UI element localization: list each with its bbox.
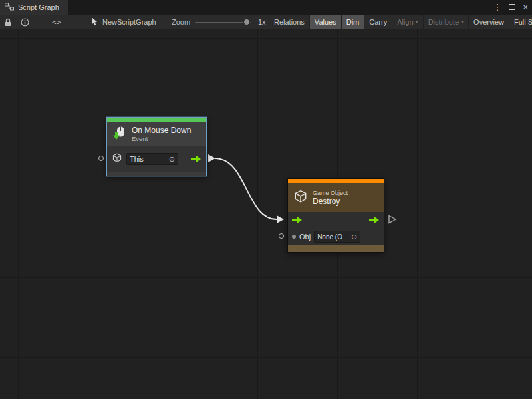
graph-name: NewScriptGraph [102, 18, 156, 26]
trigger-output-port[interactable] [191, 155, 201, 163]
node-title: Destroy [313, 197, 348, 206]
menu-icon[interactable]: ⋮ [493, 0, 501, 15]
obj-param-row: Obj None (O ⊙ [288, 228, 384, 245]
output-continuation-icon [388, 215, 397, 227]
node-destroy[interactable]: Game Object Destroy O [287, 178, 384, 253]
align-button[interactable]: Align ▾ [392, 15, 422, 29]
node-footer [288, 245, 384, 252]
node-header[interactable]: On Mouse Down Event [107, 122, 206, 146]
node-on-mouse-down[interactable]: On Mouse Down Event This ⊙ [106, 117, 207, 176]
node-header[interactable]: Game Object Destroy [288, 183, 384, 212]
node-category: Game Object [313, 190, 348, 197]
object-picker-icon: ⊙ [351, 233, 357, 241]
toolbar-buttons: Relations Values Dim Carry Align ▾ Distr… [269, 15, 532, 29]
title-bar: Script Graph ⋮ × [0, 0, 532, 15]
cube-icon [293, 189, 308, 207]
node-footer [107, 172, 206, 176]
trigger-row [288, 212, 384, 228]
event-target-input-port[interactable] [98, 156, 104, 161]
value-dot-icon [292, 235, 296, 239]
connection-wire [0, 29, 532, 399]
zoom-value: 1x [258, 15, 266, 29]
cube-icon [112, 152, 122, 166]
graph-canvas[interactable]: On Mouse Down Event This ⊙ [0, 29, 532, 399]
zoom-slider-track[interactable] [195, 22, 251, 23]
pointer-icon [90, 17, 98, 27]
mouse-event-icon [112, 126, 127, 143]
graph-toolbar: <> NewScriptGraph Zoom 1x Relations Valu… [0, 15, 532, 29]
code-icon[interactable]: <> [52, 15, 62, 29]
window-controls: ⋮ × [493, 0, 528, 15]
object-picker-icon: ⊙ [169, 156, 175, 163]
node-subtitle: Event [132, 135, 191, 142]
tab-script-graph[interactable]: Script Graph [0, 0, 68, 15]
lock-icon[interactable] [4, 15, 12, 29]
target-port-row: This ⊙ [107, 146, 206, 172]
overview-button[interactable]: Overview [468, 15, 509, 29]
relations-button[interactable]: Relations [269, 15, 309, 29]
info-icon[interactable] [21, 15, 29, 29]
carry-button[interactable]: Carry [364, 15, 392, 29]
node-title: On Mouse Down [132, 126, 191, 135]
script-graph-window: Script Graph ⋮ × <> [0, 0, 532, 399]
tab-title: Script Graph [18, 3, 59, 11]
chevron-down-icon: ▾ [461, 19, 464, 25]
dim-button[interactable]: Dim [341, 15, 364, 29]
values-button[interactable]: Values [309, 15, 341, 29]
destroy-obj-input-port[interactable] [279, 233, 284, 239]
target-dropdown[interactable]: This ⊙ [126, 153, 178, 165]
param-label: Obj [299, 233, 311, 241]
trigger-output-port[interactable] [369, 216, 380, 224]
script-graph-icon [5, 3, 14, 12]
graph-breadcrumb[interactable]: NewScriptGraph [90, 15, 156, 29]
close-icon[interactable]: × [523, 0, 528, 15]
zoom-slider-handle[interactable] [243, 19, 250, 25]
chevron-down-icon: ▾ [416, 19, 418, 25]
maximize-icon[interactable] [509, 0, 515, 15]
obj-dropdown[interactable]: None (O ⊙ [314, 231, 360, 243]
trigger-input-port[interactable] [292, 216, 303, 224]
fullscreen-button[interactable]: Full Screen [509, 15, 532, 29]
distribute-button[interactable]: Distribute ▾ [423, 15, 468, 29]
zoom-label: Zoom [172, 15, 190, 29]
